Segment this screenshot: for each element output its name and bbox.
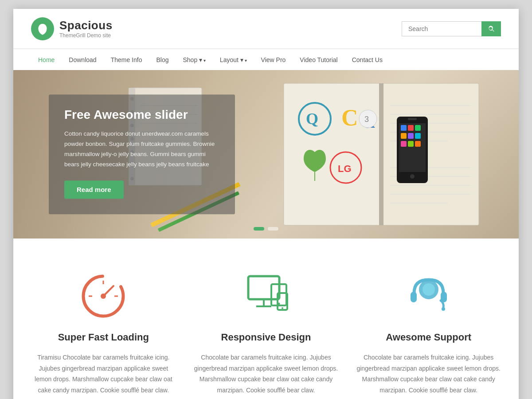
nav-link-view-pro[interactable]: View Pro	[254, 49, 293, 70]
svg-point-61	[282, 307, 283, 309]
logo-text: Spacious ThemeGrill Demo site	[59, 19, 113, 39]
svg-rect-30	[408, 133, 414, 139]
features-section: Super Fast Loading Tiramisu Chocolate ba…	[13, 239, 519, 399]
nav-link-theme-info[interactable]: Theme Info	[104, 49, 149, 70]
nav-list: Home Download Theme Info Blog Shop ▾ Lay…	[31, 49, 390, 70]
nav-item-video-tutorial: Video Tutorial	[293, 49, 344, 70]
nav-item-view-pro: View Pro	[254, 49, 293, 70]
features-grid: Super Fast Loading Tiramisu Chocolate ba…	[31, 270, 501, 399]
nav-item-theme-info: Theme Info	[104, 49, 149, 70]
nav-item-contact-us: Contact Us	[345, 49, 390, 70]
site-header: Spacious ThemeGrill Demo site	[13, 9, 519, 49]
search-icon	[488, 25, 495, 32]
site-tagline: ThemeGrill Demo site	[59, 32, 113, 39]
svg-rect-34	[415, 141, 421, 147]
support-icon-svg	[404, 272, 453, 321]
browser-wrapper: Spacious ThemeGrill Demo site Home Downl…	[13, 9, 519, 399]
svg-rect-0	[284, 83, 381, 225]
book-decoration: Q C a LG 3	[279, 79, 483, 230]
nav-item-shop: Shop ▾	[176, 49, 212, 70]
feature-responsive-text: Chocolate bar caramels fruitcake icing. …	[194, 352, 339, 395]
svg-rect-64	[411, 292, 417, 302]
hero-cta-button[interactable]: Read more	[64, 180, 124, 199]
feature-speed-icon	[77, 270, 130, 323]
feature-support-icon	[402, 270, 455, 323]
hero-description: Cotton candy liquorice donut unerdwear.c…	[64, 129, 219, 170]
svg-line-51	[103, 286, 113, 296]
phone-svg	[395, 114, 430, 185]
feature-responsive-icon	[239, 270, 293, 323]
leaf-icon	[36, 22, 49, 35]
svg-text:3: 3	[364, 115, 369, 124]
feature-responsive: Responsive Design Chocolate bar caramels…	[194, 270, 339, 399]
search-input[interactable]	[402, 21, 481, 36]
hero-slider: Q C a LG 3	[13, 70, 519, 239]
slider-dot-1[interactable]	[254, 227, 264, 231]
slider-dot-2[interactable]	[268, 227, 278, 231]
feature-support-text: Chocolate bar caramels fruitcake icing. …	[356, 352, 501, 395]
svg-text:Q: Q	[306, 110, 318, 128]
responsive-icon-svg	[239, 272, 293, 321]
svg-rect-2	[379, 83, 383, 225]
svg-rect-25	[410, 174, 415, 179]
nav-link-layout[interactable]: Layout ▾	[213, 49, 254, 70]
book-svg: Q C a LG 3	[279, 79, 483, 230]
logo-area: Spacious ThemeGrill Demo site	[31, 17, 113, 40]
phone-decoration	[395, 114, 430, 187]
site-title: Spacious	[59, 19, 113, 32]
nav-link-download[interactable]: Download	[62, 49, 103, 70]
logo-icon[interactable]	[31, 17, 54, 40]
site-nav: Home Download Theme Info Blog Shop ▾ Lay…	[13, 49, 519, 70]
svg-rect-31	[415, 133, 421, 139]
feature-support-title: Awesome Support	[386, 332, 471, 343]
svg-text:C: C	[341, 105, 358, 130]
nav-link-home[interactable]: Home	[31, 49, 62, 70]
nav-item-home: Home	[31, 49, 62, 70]
feature-responsive-title: Responsive Design	[221, 332, 311, 343]
feature-speed: Super Fast Loading Tiramisu Chocolate ba…	[31, 270, 176, 399]
slider-dots	[254, 227, 278, 231]
svg-point-63	[422, 283, 435, 296]
svg-rect-26	[401, 125, 407, 131]
search-button[interactable]	[481, 21, 501, 36]
svg-rect-33	[408, 141, 414, 147]
svg-text:LG: LG	[338, 163, 352, 174]
nav-link-contact-us[interactable]: Contact Us	[345, 49, 390, 70]
svg-point-66	[442, 307, 445, 311]
svg-rect-27	[408, 125, 414, 131]
nav-item-download: Download	[62, 49, 103, 70]
svg-rect-24	[408, 118, 417, 120]
feature-support: Awesome Support Chocolate bar caramels f…	[356, 270, 501, 399]
hero-title: Free Awesome slider	[64, 108, 219, 122]
nav-item-blog: Blog	[149, 49, 176, 70]
nav-link-video-tutorial[interactable]: Video Tutorial	[293, 49, 344, 70]
hero-content: Free Awesome slider Cotton candy liquori…	[49, 94, 235, 214]
nav-item-layout: Layout ▾	[213, 49, 254, 70]
feature-speed-title: Super Fast Loading	[58, 332, 149, 343]
nav-link-blog[interactable]: Blog	[149, 49, 176, 70]
svg-rect-28	[415, 125, 421, 131]
svg-rect-29	[401, 133, 407, 139]
search-area	[402, 21, 501, 36]
svg-rect-32	[401, 141, 407, 147]
svg-rect-55	[248, 276, 279, 299]
feature-speed-text: Tiramisu Chocolate bar caramels fruitcak…	[31, 352, 176, 395]
nav-link-shop[interactable]: Shop ▾	[176, 49, 212, 70]
speed-icon-svg	[79, 272, 128, 321]
